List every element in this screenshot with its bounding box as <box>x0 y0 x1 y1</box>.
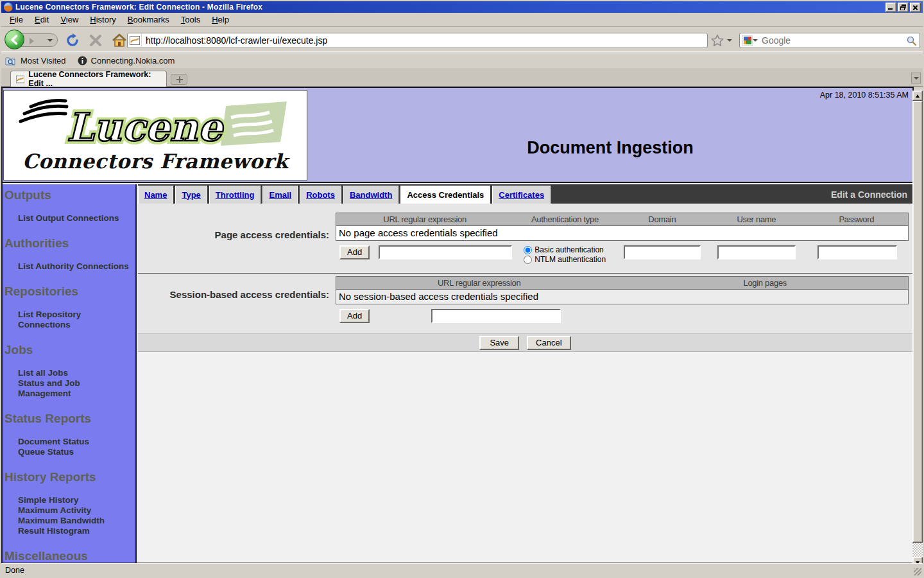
reload-button[interactable] <box>65 33 80 50</box>
sidebar-heading-authorities: Authorities <box>4 236 135 250</box>
session-url-regex-input[interactable] <box>431 309 561 323</box>
session-credentials-header-row: URL regular expression Login pages <box>336 276 909 290</box>
tab-favicon <box>16 75 24 83</box>
column-domain: Domain <box>617 215 708 224</box>
url-input[interactable] <box>142 35 707 46</box>
page-title: Document Ingestion <box>308 138 912 158</box>
menu-tools[interactable]: Tools <box>175 13 206 26</box>
bookmark-star-icon[interactable] <box>711 34 724 47</box>
tab-certificates[interactable]: Certificates <box>492 186 551 204</box>
sidebar-heading-repositories: Repositories <box>4 285 135 299</box>
browser-tab-active[interactable]: Lucene Connectors Framework: Edit ... <box>10 71 167 87</box>
new-tab-button[interactable] <box>171 74 187 85</box>
search-bar[interactable] <box>739 33 920 48</box>
menu-view[interactable]: View <box>55 13 84 26</box>
credentials-panel: Page access credentials: URL regular exp… <box>138 204 912 352</box>
password-input[interactable] <box>817 245 897 259</box>
auth-option-basic[interactable]: Basic authentication <box>524 245 606 254</box>
arrow-up-icon <box>916 94 920 98</box>
connection-tab-bar: Name Type Throttling Email Robots Bandwi… <box>138 184 912 204</box>
banner-timestamp: Apr 18, 2010 8:51:35 AM <box>820 91 909 100</box>
resize-grip-icon[interactable] <box>914 568 921 575</box>
back-button[interactable] <box>4 30 24 49</box>
menu-bar: File Edit View History Bookmarks Tools H… <box>1 13 923 27</box>
sidebar-item-status-job-management[interactable]: Status and Job Management <box>18 378 135 399</box>
reload-icon <box>65 33 80 48</box>
scrollbar-thumb[interactable] <box>912 101 923 543</box>
list-all-tabs-button[interactable] <box>911 73 921 83</box>
home-button[interactable] <box>112 33 127 50</box>
lcf-logo: Lucene Lucene Connectors Framework <box>3 90 307 180</box>
sidebar-item-document-status[interactable]: Document Status <box>18 437 135 447</box>
bookmark-most-visited[interactable]: Most Visited <box>5 56 66 66</box>
sidebar-item-list-authority-connections[interactable]: List Authority Connections <box>18 261 135 272</box>
stop-button[interactable] <box>89 33 103 50</box>
sidebar-item-result-histogram[interactable]: Result Histogram <box>18 526 135 536</box>
tab-throttling[interactable]: Throttling <box>209 186 261 204</box>
url-bar[interactable] <box>127 33 708 48</box>
search-magnifier-icon[interactable] <box>906 35 917 46</box>
domain-input[interactable] <box>624 245 701 259</box>
user-name-input[interactable] <box>717 245 796 259</box>
restore-button[interactable] <box>898 3 909 12</box>
title-bar: Lucene Connectors Framework: Edit Connec… <box>1 1 923 13</box>
menu-file[interactable]: File <box>4 13 29 26</box>
bookmark-label: Most Visited <box>21 56 66 66</box>
cancel-button[interactable]: Cancel <box>527 336 570 350</box>
section-divider <box>138 273 912 274</box>
sidebar-item-list-all-jobs[interactable]: List all Jobs <box>18 368 135 378</box>
logo-subtitle: Connectors Framework <box>22 150 288 173</box>
sidebar-item-maximum-bandwidth[interactable]: Maximum Bandwidth <box>18 516 135 526</box>
save-button[interactable]: Save <box>479 336 519 350</box>
browser-window: Lucene Connectors Framework: Edit Connec… <box>0 0 924 578</box>
column-user-name: User name <box>708 215 805 224</box>
column-login-pages: Login pages <box>622 278 909 288</box>
page-url-regex-input[interactable] <box>379 245 512 259</box>
tab-email[interactable]: Email <box>262 186 298 204</box>
session-credentials-empty-message: No session-based access credentials spec… <box>336 290 909 304</box>
vertical-scrollbar[interactable] <box>912 91 923 567</box>
sidebar-item-queue-status[interactable]: Queue Status <box>18 447 135 457</box>
sidebar-item-maximum-activity[interactable]: Maximum Activity <box>18 505 135 516</box>
sidebar-item-list-output-connections[interactable]: List Output Connections <box>18 213 135 223</box>
folder-search-icon <box>5 57 17 66</box>
column-password: Password <box>805 215 908 224</box>
sidebar-heading-miscellaneous: Miscellaneous <box>4 549 135 563</box>
column-url-regex: URL regular expression <box>336 215 513 224</box>
search-input[interactable] <box>758 35 906 46</box>
sidebar-item-list-repository-connections[interactable]: List Repository Connections <box>18 310 135 330</box>
google-logo-icon <box>742 35 753 46</box>
tab-access-credentials[interactable]: Access Credentials <box>400 186 490 204</box>
page-credentials-add-button[interactable]: Add <box>339 245 370 259</box>
scroll-up-button[interactable] <box>912 91 923 101</box>
bookmark-dropdown-icon[interactable] <box>727 39 732 42</box>
page-credentials-header-row: URL regular expression Authentication ty… <box>336 213 909 226</box>
basic-auth-radio[interactable] <box>524 246 532 254</box>
sidebar-item-simple-history[interactable]: Simple History <box>18 495 135 505</box>
menu-bookmarks[interactable]: Bookmarks <box>122 13 175 26</box>
menu-history[interactable]: History <box>84 13 121 26</box>
session-credentials-add-button[interactable]: Add <box>339 309 370 323</box>
menu-help[interactable]: Help <box>206 13 235 26</box>
auth-option-ntlm[interactable]: NTLM authentication <box>524 255 606 264</box>
history-dropdown-icon[interactable] <box>47 39 53 42</box>
close-button[interactable] <box>910 3 921 12</box>
tab-robots[interactable]: Robots <box>300 186 341 204</box>
menu-edit[interactable]: Edit <box>29 13 55 26</box>
logo-word: Lucene <box>67 105 224 150</box>
status-text: Done <box>1 566 24 575</box>
browser-tab-strip: Lucene Connectors Framework: Edit ... <box>1 68 923 87</box>
page-credentials-label: Page access credentials: <box>138 213 336 270</box>
tab-name[interactable]: Name <box>138 186 173 204</box>
bookmark-connecting-nokia[interactable]: Connecting.Nokia.com <box>78 56 175 66</box>
column-auth-type: Authentication type <box>513 215 616 224</box>
status-bar: Done <box>1 563 923 577</box>
tab-bandwidth[interactable]: Bandwidth <box>343 186 398 204</box>
minimize-button[interactable] <box>886 3 896 12</box>
search-engine-dropdown-icon[interactable] <box>753 39 758 42</box>
page-credentials-empty-message: No page access credentials specified <box>336 226 909 241</box>
tab-type[interactable]: Type <box>175 186 207 204</box>
ntlm-auth-radio[interactable] <box>524 256 532 264</box>
page-banner: Lucene Lucene Connectors Framework Apr 1… <box>3 88 912 183</box>
navigation-toolbar <box>1 28 923 52</box>
